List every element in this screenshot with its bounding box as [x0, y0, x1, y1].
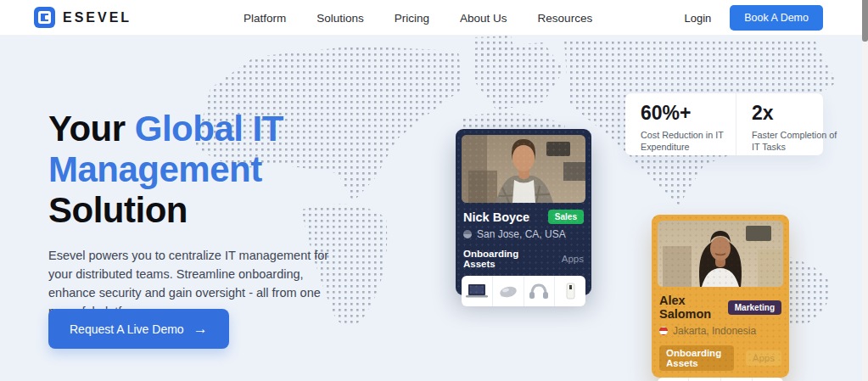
- department-badge-marketing: Marketing: [728, 300, 781, 315]
- charger-icon: [554, 276, 585, 306]
- brand-name: ESEVEL: [63, 10, 132, 25]
- department-badge-sales: Sales: [548, 210, 584, 224]
- nick-boyce-photo: [462, 135, 585, 203]
- headphones-icon: [720, 378, 752, 381]
- nav-item-pricing[interactable]: Pricing: [395, 12, 429, 25]
- employee-location: Jakarta, Indonesia: [673, 325, 756, 337]
- nav-item-about-us[interactable]: About Us: [460, 12, 507, 25]
- nav-item-resources[interactable]: Resources: [538, 12, 593, 25]
- hero-title-part-solution: Solution: [48, 190, 188, 230]
- main-nav: Platform Solutions Pricing About Us Reso…: [244, 0, 592, 36]
- usa-flag-icon: [463, 230, 472, 238]
- card-tabs: Onboarding Assets Apps: [659, 345, 781, 371]
- stat-label: Faster Completion of IT Tasks: [752, 129, 847, 153]
- login-link[interactable]: Login: [684, 12, 711, 25]
- page-scrollbar-thumb[interactable]: [862, 0, 868, 42]
- stat-faster-completion: 2x Faster Completion of IT Tasks: [736, 93, 847, 155]
- onboarding-assets-strip: [658, 378, 783, 381]
- top-navigation-bar: ESEVEL Platform Solutions Pricing About …: [0, 0, 868, 36]
- laptop-icon: [658, 378, 688, 381]
- mouse-icon: [492, 276, 524, 306]
- employee-card-alex-salomon: Alex Salomon Marketing Jakarta, Indonesi…: [652, 215, 789, 378]
- brand-home-link[interactable]: ESEVEL: [34, 7, 132, 28]
- mouse-icon: [688, 378, 720, 381]
- request-live-demo-label: Request A Live Demo: [70, 322, 184, 336]
- headphones-icon: [524, 276, 555, 306]
- book-a-demo-button[interactable]: Book A Demo: [730, 5, 823, 31]
- onboarding-assets-strip: [462, 276, 585, 306]
- hero-section: Your Global IT Management Solution Eseve…: [0, 36, 868, 381]
- esevel-logo-icon: [34, 7, 55, 28]
- page-scrollbar-track[interactable]: [862, 0, 868, 381]
- tab-onboarding-assets[interactable]: Onboarding Assets: [463, 249, 550, 269]
- arrow-right-icon: →: [193, 322, 208, 336]
- nav-item-solutions[interactable]: Solutions: [316, 12, 364, 25]
- tab-onboarding-assets[interactable]: Onboarding Assets: [659, 345, 734, 371]
- alex-salomon-photo: [658, 221, 783, 287]
- stat-value: 60%+: [641, 102, 736, 125]
- employee-location: San Jose, CA, USA: [477, 228, 566, 240]
- employee-name: Nick Boyce: [463, 210, 529, 224]
- hero-title: Your Global IT Management Solution: [48, 109, 283, 231]
- stats-card: 60%+ Cost Reduction in IT Expenditure 2x…: [625, 93, 823, 155]
- card-tabs: Onboarding Assets Apps: [463, 249, 584, 269]
- stat-label: Cost Reduction in IT Expenditure: [641, 129, 736, 153]
- employee-name: Alex Salomon: [659, 294, 728, 321]
- logo-inner-dot: [45, 15, 49, 20]
- tab-apps[interactable]: Apps: [562, 254, 584, 264]
- nav-item-platform[interactable]: Platform: [244, 12, 286, 25]
- tab-apps[interactable]: Apps: [746, 350, 781, 366]
- charger-icon: [752, 378, 783, 381]
- stat-cost-reduction: 60%+ Cost Reduction in IT Expenditure: [625, 93, 736, 155]
- hero-title-part-management: Management: [48, 149, 262, 189]
- request-live-demo-button[interactable]: Request A Live Demo →: [48, 309, 229, 349]
- hero-title-part-global-it: Global IT: [135, 109, 283, 148]
- indonesia-flag-icon: [659, 327, 668, 335]
- hero-title-part-your: Your: [48, 109, 135, 148]
- employee-card-nick-boyce: Nick Boyce Sales San Jose, CA, USA Onboa…: [456, 129, 591, 295]
- laptop-icon: [462, 276, 492, 306]
- stat-value: 2x: [752, 102, 847, 125]
- header-actions: Login Book A Demo: [684, 0, 823, 36]
